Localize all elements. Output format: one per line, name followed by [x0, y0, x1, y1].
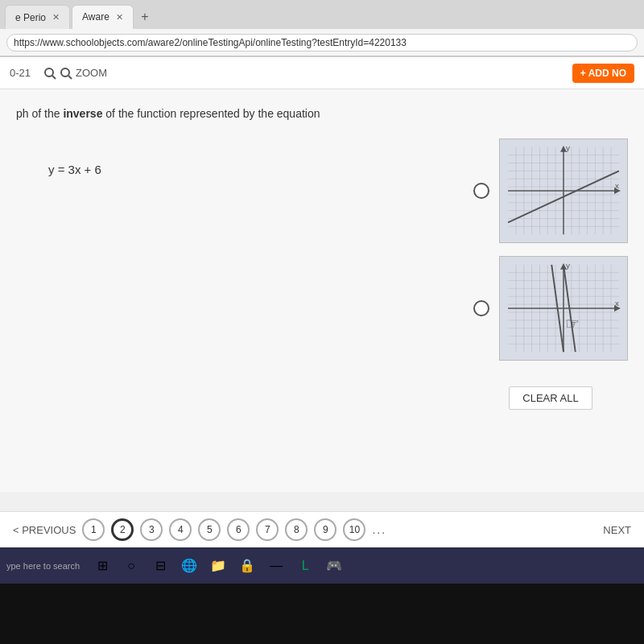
tab-period-label: e Perio [15, 12, 46, 23]
zoom-area: ZOOM [43, 67, 107, 80]
answers-right: y x [473, 138, 628, 410]
svg-point-2 [61, 68, 69, 76]
question-number: 0-21 [10, 67, 31, 79]
page-5-button[interactable]: 5 [198, 518, 221, 541]
svg-line-1 [52, 76, 56, 79]
address-input[interactable] [6, 34, 638, 52]
radio-a[interactable] [473, 183, 489, 199]
taskbar-icon-game[interactable]: 🎮 [321, 553, 347, 579]
previous-label: < PREVIOUS [13, 524, 76, 536]
question-suffix: of the function represented by the equat… [102, 107, 320, 120]
radio-b[interactable] [473, 300, 489, 316]
clear-all-area: CLEAR ALL [473, 386, 628, 410]
graph-box-b[interactable]: y x [499, 256, 628, 361]
graph-svg-a: y x [500, 139, 627, 242]
page-7-button[interactable]: 7 [256, 518, 279, 541]
taskbar-icon-search[interactable]: ○ [118, 553, 144, 579]
page-4-button[interactable]: 4 [169, 518, 192, 541]
search-icon-2 [60, 67, 72, 80]
nav-footer: < PREVIOUS 1 2 3 4 5 6 7 8 9 10 ... NEXT [0, 511, 644, 547]
new-tab-button[interactable]: + [135, 7, 155, 27]
page-2-button[interactable]: 2 [111, 518, 134, 541]
taskbar-icon-minus[interactable]: — [263, 553, 289, 579]
next-label: NEXT [603, 524, 631, 536]
pagination-dots: ... [372, 523, 386, 536]
taskbar-icon-taskview[interactable]: ⊟ [147, 553, 173, 579]
page-6-button[interactable]: 6 [227, 518, 250, 541]
question-prefix: ph of the [16, 107, 63, 120]
svg-point-0 [45, 68, 53, 76]
taskbar-top: ype here to search ⊞ ○ ⊟ 🌐 📁 🔒 — L 🎮 [0, 547, 644, 584]
main-content: ph of the inverse of the function repres… [0, 89, 644, 492]
taskbar: ype here to search ⊞ ○ ⊟ 🌐 📁 🔒 — L 🎮 [0, 547, 644, 644]
add-note-button[interactable]: + ADD NO [572, 64, 634, 83]
page-3-button[interactable]: 3 [140, 518, 163, 541]
question-bold: inverse [63, 107, 102, 120]
answer-option-a: y x [473, 138, 628, 243]
taskbar-search-text: ype here to search [6, 561, 80, 571]
page-8-button[interactable]: 8 [285, 518, 308, 541]
zoom-label: ZOOM [76, 67, 107, 79]
svg-line-3 [68, 76, 72, 79]
answer-option-b: y x [473, 256, 628, 361]
equation-display: y = 3x + 6 [48, 163, 457, 176]
tab-period-close[interactable]: ✕ [52, 12, 60, 23]
taskbar-icon-edge[interactable]: 🌐 [176, 553, 202, 579]
browser-chrome: e Perio ✕ Aware ✕ + [0, 0, 644, 57]
taskbar-icon-explorer[interactable]: 📁 [205, 553, 231, 579]
graph-svg-b: y x [500, 257, 627, 360]
search-icon-1 [43, 67, 56, 80]
taskbar-icon-lock[interactable]: 🔒 [234, 553, 260, 579]
tab-aware-label: Aware [82, 11, 109, 23]
page-9-button[interactable]: 9 [314, 518, 336, 541]
clear-all-label: CLEAR ALL [522, 392, 578, 404]
taskbar-bottom [0, 584, 644, 644]
graph-box-a[interactable]: y x [499, 138, 628, 243]
question-left: y = 3x + 6 [16, 138, 457, 410]
next-button[interactable]: NEXT [603, 524, 631, 536]
page-10-button[interactable]: 10 [343, 518, 365, 541]
app-header: 0-21 ZOOM + ADD NO [0, 57, 644, 89]
tab-bar: e Perio ✕ Aware ✕ + [0, 0, 644, 29]
svg-text:y: y [566, 143, 570, 152]
previous-button[interactable]: < PREVIOUS [13, 524, 76, 536]
tab-aware-close[interactable]: ✕ [116, 12, 123, 23]
svg-text:y: y [566, 261, 570, 270]
add-note-label: + ADD NO [580, 68, 626, 79]
address-bar [0, 29, 644, 56]
clear-all-button[interactable]: CLEAR ALL [509, 386, 592, 410]
taskbar-icon-l[interactable]: L [292, 553, 318, 579]
question-text: ph of the inverse of the function repres… [16, 105, 628, 122]
question-body: y = 3x + 6 [16, 138, 628, 410]
tab-period[interactable]: e Perio ✕ [5, 5, 70, 29]
taskbar-icon-windows[interactable]: ⊞ [89, 553, 115, 579]
tab-aware[interactable]: Aware ✕ [72, 5, 134, 29]
page-1-button[interactable]: 1 [82, 518, 105, 541]
